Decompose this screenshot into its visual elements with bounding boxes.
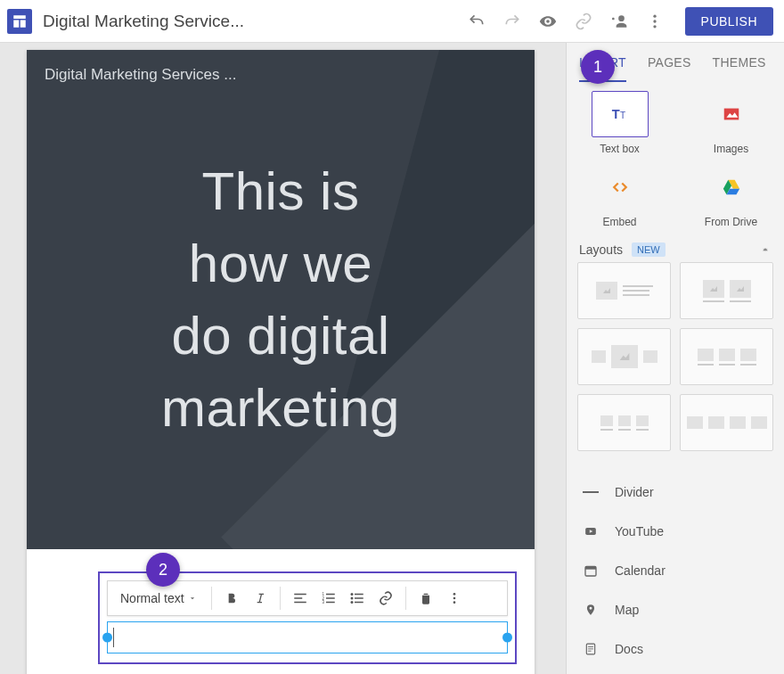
svg-marker-24 <box>603 288 610 293</box>
layouts-grid <box>567 262 784 458</box>
insert-embed-label: Embed <box>602 216 636 228</box>
toolbar-divider <box>211 587 212 610</box>
layout-card-2[interactable] <box>680 262 773 319</box>
svg-marker-27 <box>619 353 629 360</box>
italic-icon[interactable] <box>246 584 274 612</box>
document-title[interactable]: Digital Marketing Service... <box>43 12 244 31</box>
svg-rect-0 <box>13 15 26 19</box>
layout-card-4[interactable] <box>680 328 773 385</box>
redo-icon[interactable] <box>503 12 521 30</box>
more-format-icon[interactable] <box>440 584 469 612</box>
insert-embed[interactable]: Embed <box>577 164 662 228</box>
svg-point-4 <box>618 15 625 21</box>
svg-point-6 <box>653 20 656 22</box>
svg-rect-35 <box>588 648 593 649</box>
layout-card-1[interactable] <box>577 262 671 319</box>
sites-icon <box>12 13 28 29</box>
svg-point-14 <box>453 593 455 596</box>
svg-marker-26 <box>737 286 744 292</box>
svg-point-3 <box>546 20 550 23</box>
insert-link-icon[interactable] <box>372 584 400 612</box>
svg-point-12 <box>350 597 353 600</box>
insert-divider[interactable]: Divider <box>567 473 784 512</box>
preview-icon[interactable] <box>539 12 557 30</box>
insert-list: Divider YouTube Calendar Map Docs Slides <box>567 473 784 674</box>
layout-card-6[interactable] <box>680 394 773 451</box>
svg-text:3: 3 <box>322 600 324 604</box>
bulleted-list-icon[interactable] <box>343 584 372 612</box>
canvas-area: Digital Marketing Services ... This is h… <box>0 43 566 674</box>
insert-textbox[interactable]: TT Text box <box>577 91 662 155</box>
svg-rect-36 <box>588 651 592 652</box>
undo-icon[interactable] <box>468 12 486 30</box>
svg-marker-25 <box>710 286 717 292</box>
step-badge-1: 1 <box>581 50 615 84</box>
delete-icon[interactable] <box>412 584 440 612</box>
insert-slides[interactable]: Slides <box>567 669 784 674</box>
hero-text-wrap: This is how we do digital marketing <box>27 50 535 549</box>
tab-themes[interactable]: THEMES <box>713 43 766 82</box>
insert-from-drive[interactable]: From Drive <box>689 164 773 228</box>
tab-pages[interactable]: PAGES <box>648 43 691 82</box>
step-badge-2: 2 <box>146 553 180 587</box>
drive-icon <box>721 177 742 197</box>
hero-heading[interactable]: This is how we do digital marketing <box>151 155 410 444</box>
svg-point-16 <box>453 601 455 604</box>
page[interactable]: Digital Marketing Services ... This is h… <box>27 50 535 674</box>
toolbar-divider <box>405 587 406 610</box>
layout-card-5[interactable] <box>577 394 671 451</box>
numbered-list-icon[interactable]: 123 <box>314 584 343 612</box>
right-panel: INSERT PAGES THEMES TT Text box Images E… <box>566 43 784 674</box>
docs-icon <box>583 641 599 657</box>
resize-handle-left[interactable] <box>102 633 112 643</box>
insert-calendar-label: Calendar <box>615 563 666 578</box>
add-person-icon[interactable] <box>610 12 628 30</box>
svg-text:T: T <box>611 107 619 121</box>
svg-rect-2 <box>20 20 26 27</box>
insert-divider-label: Divider <box>615 485 654 499</box>
insert-map[interactable]: Map <box>567 590 784 629</box>
app-logo <box>7 9 32 34</box>
svg-rect-34 <box>588 646 593 647</box>
svg-rect-19 <box>723 109 739 120</box>
align-icon[interactable] <box>286 584 314 612</box>
svg-rect-28 <box>583 491 599 493</box>
more-icon[interactable] <box>646 12 664 30</box>
divider-icon <box>583 490 599 494</box>
text-input[interactable] <box>107 621 508 653</box>
resize-handle-right[interactable] <box>502 633 512 643</box>
link-icon[interactable] <box>575 12 592 30</box>
header-toolbar <box>468 12 664 30</box>
svg-point-15 <box>453 597 455 600</box>
insert-docs[interactable]: Docs <box>567 629 784 669</box>
text-style-dropdown[interactable]: Normal text <box>111 591 206 605</box>
insert-map-label: Map <box>615 603 639 617</box>
new-chip: NEW <box>632 242 666 257</box>
textbox-icon: TT <box>608 104 633 124</box>
images-icon <box>722 104 741 124</box>
insert-images-label: Images <box>714 143 748 155</box>
embed-icon <box>608 179 632 195</box>
publish-button[interactable]: PUBLISH <box>685 7 773 36</box>
youtube-icon <box>583 525 599 538</box>
insert-youtube[interactable]: YouTube <box>567 512 784 551</box>
insert-images[interactable]: Images <box>689 91 773 155</box>
map-icon <box>583 602 599 618</box>
top-bar: Digital Marketing Service... PUBLISH <box>0 0 784 43</box>
insert-textbox-label: Text box <box>600 143 640 155</box>
svg-point-5 <box>653 14 656 17</box>
svg-rect-1 <box>13 20 19 27</box>
text-caret <box>113 628 114 647</box>
collapse-icon[interactable] <box>759 243 772 256</box>
bold-icon[interactable] <box>217 584 246 612</box>
insert-calendar[interactable]: Calendar <box>567 551 784 590</box>
svg-text:T: T <box>620 111 625 120</box>
insert-docs-label: Docs <box>615 642 643 656</box>
svg-point-7 <box>653 25 656 28</box>
layout-card-3[interactable] <box>577 328 671 385</box>
calendar-icon <box>583 563 599 578</box>
insert-grid: TT Text box Images Embed From Drive <box>567 82 784 234</box>
hero-section[interactable]: Digital Marketing Services ... This is h… <box>27 50 535 549</box>
text-style-label: Normal text <box>120 591 184 605</box>
toolbar-divider <box>280 587 281 610</box>
